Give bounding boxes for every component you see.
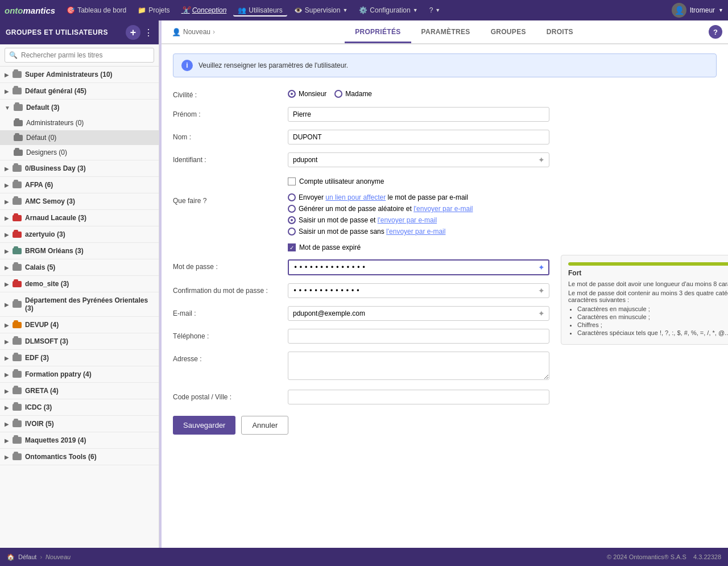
civilite-row: Civilité : Monsieur Madame — [173, 88, 717, 99]
sidebar-group-header-icdc[interactable]: ▶ ICDC (3) — [0, 399, 159, 415]
sidebar-group-header-ontomantics-tools[interactable]: ▶ Ontomantics Tools (6) — [0, 449, 159, 465]
sidebar-item-designers[interactable]: Designers (0) — [0, 145, 159, 160]
mdp-expire-option[interactable]: Mot de passe expiré — [288, 241, 549, 251]
projects-icon: 📁 — [138, 6, 146, 14]
sidebar-group-maquettes: ▶ Maquettes 2019 (4) — [0, 432, 159, 449]
nav-item-utilisateurs[interactable]: 👥 Utilisateurs — [233, 4, 287, 16]
sidebar-group-header-business-day[interactable]: ▶ 0/Business Day (3) — [0, 160, 159, 176]
sidebar-group-header-azertyuio[interactable]: ▶ azertyuio (3) — [0, 226, 159, 242]
sidebar-group-header-defaut-general[interactable]: ▶ Défaut général (45) — [0, 83, 159, 99]
sidebar-group-header-calais[interactable]: ▶ Calais (5) — [0, 259, 159, 275]
tab-proprietes[interactable]: PROPRIÉTÉS — [345, 22, 411, 43]
identifiant-label: Identifiant : — [173, 152, 281, 164]
sidebar-group-header-arnaud-lacaule[interactable]: ▶ Arnaud Lacaule (3) — [0, 210, 159, 226]
code-postal-control — [288, 390, 549, 404]
sidebar-group-header-demo-site[interactable]: ▶ demo_site (3) — [0, 276, 159, 292]
sidebar-group-ontomantics-tools: ▶ Ontomantics Tools (6) — [0, 449, 159, 465]
sidebar-group-demo-site: ▶ demo_site (3) — [0, 276, 159, 292]
sidebar-group-header-greta[interactable]: ▶ GRETA (4) — [0, 383, 159, 399]
user-menu[interactable]: 👤 ltromeur ▼ — [672, 3, 723, 18]
code-postal-input[interactable] — [288, 390, 549, 404]
group-folder-icon — [13, 453, 22, 460]
strength-bar-fill — [568, 262, 728, 266]
sidebar-group-header-amc-semoy[interactable]: ▶ AMC Semoy (3) — [0, 193, 159, 209]
sidebar-group-header-edf[interactable]: ▶ EDF (3) — [0, 350, 159, 366]
sidebar-group-header-afpa[interactable]: ▶ AFPA (6) — [0, 177, 159, 193]
telephone-input[interactable] — [288, 329, 549, 344]
search-input[interactable] — [5, 48, 154, 63]
que-faire-option-2[interactable]: Saisir un mot de passe et l'envoyer par … — [288, 216, 549, 224]
sidebar-group-header-formation-ppatry[interactable]: ▶ Formation ppatry (4) — [0, 366, 159, 382]
tab-droits[interactable]: DROITS — [536, 22, 584, 43]
sidebar-item-administrateurs[interactable]: Administrateurs (0) — [0, 115, 159, 130]
nav-item-supervision[interactable]: 👁️ Supervision ▼ — [289, 4, 353, 16]
nom-input[interactable] — [288, 130, 549, 144]
identifiant-input[interactable] — [288, 152, 549, 167]
mdp-confirm-input[interactable] — [288, 283, 549, 298]
group-folder-icon — [13, 387, 22, 394]
more-options-button[interactable]: ⋮ — [144, 27, 153, 38]
save-button[interactable]: Sauvegarder — [173, 416, 235, 435]
que-faire-radio-2[interactable] — [288, 216, 296, 224]
sidebar-group-header-ivoir[interactable]: ▶ IVOIR (5) — [0, 416, 159, 432]
telephone-label: Téléphone : — [173, 329, 281, 340]
sidebar-group-header-brgm[interactable]: ▶ BRGM Orléans (3) — [0, 243, 159, 259]
strength-rule-item: Caractères en minuscule ; — [577, 313, 728, 320]
sidebar-content: ▶ Super Administrateurs (10) ▶ Défaut gé… — [0, 67, 159, 548]
email-input[interactable] — [288, 306, 549, 321]
que-faire-radio-0[interactable] — [288, 193, 296, 201]
civilite-monsieur-radio[interactable] — [288, 90, 296, 98]
group-folder-icon-red — [13, 232, 22, 238]
que-faire-radio-1[interactable] — [288, 205, 296, 213]
nav-item-conception[interactable]: ✂️ Conception — [177, 4, 231, 16]
nav-item-help[interactable]: ? ▼ — [425, 4, 445, 16]
group-folder-icon — [13, 264, 22, 271]
mdp-expire-checkbox[interactable] — [288, 243, 296, 251]
strength-rule-item: Chiffres ; — [577, 321, 728, 328]
users-icon: 👥 — [238, 6, 246, 14]
breadcrumb-item-nouveau[interactable]: 👤 Nouveau › — [167, 26, 220, 39]
adresse-input[interactable] — [288, 352, 549, 380]
civilite-monsieur-option[interactable]: Monsieur — [288, 90, 326, 98]
chevron-right-icon: ▶ — [5, 248, 9, 254]
form-buttons: Sauvegarder Annuler — [173, 416, 717, 435]
cancel-button[interactable]: Annuler — [241, 416, 288, 435]
sidebar-group-header-maquettes[interactable]: ▶ Maquettes 2019 (4) — [0, 432, 159, 448]
mdp-input[interactable] — [288, 259, 549, 275]
chevron-right-icon: ▶ — [5, 421, 9, 427]
help-button[interactable]: ? — [709, 25, 722, 39]
nav-item-configuration[interactable]: ⚙️ Configuration ▼ — [354, 4, 422, 16]
compte-anonyme-control: Compte utilisateur anonyme — [288, 175, 549, 185]
civilite-madame-radio[interactable] — [334, 90, 342, 98]
nom-row: Nom : — [173, 130, 717, 144]
tab-parametres[interactable]: PARAMÈTRES — [411, 22, 481, 43]
nav-item-tableau[interactable]: 🎯 Tableau de bord — [62, 4, 131, 16]
civilite-madame-option[interactable]: Madame — [334, 90, 372, 98]
chevron-right-icon: ▶ — [5, 322, 9, 328]
compte-anonyme-checkbox[interactable] — [288, 177, 296, 185]
que-faire-option-0[interactable]: Envoyer un lien pour affecter le mot de … — [288, 193, 549, 201]
email-label: E-mail : — [173, 306, 281, 317]
compte-anonyme-option[interactable]: Compte utilisateur anonyme — [288, 175, 549, 185]
top-navigation: ontomantics 🎯 Tableau de bord 📁 Projets … — [0, 0, 728, 20]
que-faire-radio-3[interactable] — [288, 228, 296, 236]
prenom-input[interactable] — [288, 107, 549, 122]
prenom-row: Prénom : — [173, 107, 717, 122]
sidebar-group-header-devup[interactable]: ▶ DEVUP (4) — [0, 317, 159, 333]
que-faire-option-3[interactable]: Saisir un mot de passe sans l'envoyer pa… — [288, 228, 549, 236]
sidebar-group-header-default[interactable]: ▼ Default (3) — [0, 100, 159, 115]
sidebar-group-header-dlmsoft[interactable]: ▶ DLMSOFT (3) — [0, 333, 159, 349]
tab-groupes[interactable]: GROUPES — [481, 22, 536, 43]
que-faire-option-1[interactable]: Générer un mot de passe aléatoire et l'e… — [288, 205, 549, 213]
sidebar-group-header-super-admins[interactable]: ▶ Super Administrateurs (10) — [0, 67, 159, 82]
sidebar-group-header-dept-pyr[interactable]: ▶ Département des Pyrénées Orientales (3… — [0, 292, 159, 316]
sidebar-item-defaut[interactable]: Défaut (0) — [0, 130, 159, 145]
add-group-button[interactable]: + — [126, 25, 140, 40]
strength-rule-item: Caractères en majuscule ; — [577, 305, 728, 312]
tabs-bar: 👤 Nouveau › PROPRIÉTÉS PARAMÈTRES GROUPE… — [162, 20, 728, 44]
nav-item-projets[interactable]: 📁 Projets — [133, 4, 174, 16]
group-folder-icon — [13, 404, 22, 411]
group-folder-icon — [13, 181, 22, 188]
chevron-right-icon: ▶ — [5, 265, 9, 271]
chevron-right-icon: ▶ — [5, 166, 9, 172]
